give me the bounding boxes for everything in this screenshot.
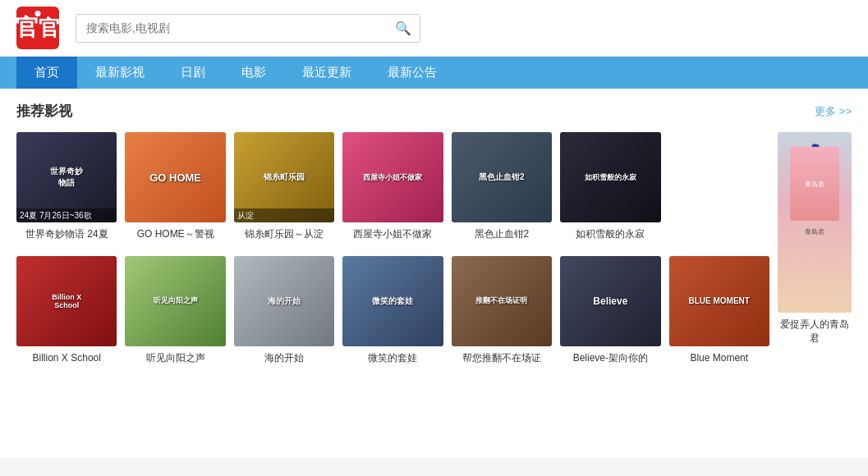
- search-button[interactable]: 🔍: [387, 15, 420, 42]
- thumb-2-2: 听见向阳之声: [125, 256, 225, 346]
- movie-title-2-6: Believe-架向你的: [560, 352, 660, 365]
- nav-item-recent[interactable]: 最近更新: [284, 57, 370, 89]
- movie-title-2-2: 听见向阳之声: [125, 352, 225, 365]
- movie-row-1: 世界奇妙物語 24夏 7月26日~36歌 世界奇妙物语 24夏 GO HOME …: [16, 132, 769, 241]
- nav-item-new-movies[interactable]: 最新影视: [77, 57, 163, 89]
- movie-item-1-2[interactable]: GO HOME GO HOME～警视: [125, 132, 225, 241]
- nav-item-home[interactable]: 首页: [16, 57, 77, 89]
- movie-item-2-4[interactable]: 微笑的套娃 微笑的套娃: [342, 256, 443, 365]
- nav-item-japanese[interactable]: 日剧: [163, 57, 223, 89]
- movie-title-2-1: Billion X School: [16, 352, 117, 365]
- more-link[interactable]: 更多 >>: [815, 104, 852, 119]
- thumb-1-6: 如积雪般的永寂: [560, 132, 660, 222]
- content-rows: 世界奇妙物語 24夏 7月26日~36歌 世界奇妙物语 24夏 GO HOME …: [16, 132, 852, 379]
- thumb-2-4: 微笑的套娃: [342, 256, 443, 346]
- movie-title-2-3: 海的开始: [234, 352, 334, 365]
- section-title: 推荐影视: [16, 102, 72, 121]
- movie-title-1-4: 西屋寺小姐不做家: [342, 228, 443, 241]
- thumb-1-2: GO HOME: [125, 132, 225, 222]
- thumb-1-5: 黑色止血钳2: [452, 132, 552, 222]
- movie-item-2-3[interactable]: 海的开始 海的开始: [234, 256, 334, 365]
- nav-item-movies[interactable]: 电影: [223, 57, 284, 89]
- movie-item-1-3[interactable]: 锦糸町乐园 从淀 锦糸町乐园～从淀: [234, 132, 334, 241]
- thumb-1-4: 西屋寺小姐不做家: [342, 132, 443, 222]
- movie-title-2-7: Blue Moment: [669, 352, 769, 365]
- movie-title-2-4: 微笑的套娃: [342, 352, 443, 365]
- movie-title-2-5: 帮您推翻不在场证: [452, 352, 552, 365]
- thumb-2-3: 海的开始: [234, 256, 334, 346]
- movie-title-1-3: 锦糸町乐园～从淀: [234, 228, 334, 241]
- movie-item-1-5[interactable]: 黑色止血钳2 黑色止血钳2: [452, 132, 552, 241]
- logo-char: 官: [39, 14, 60, 43]
- thumb-2-1: Billion XSchool: [16, 256, 117, 346]
- thumb-1-3: 锦糸町乐园 从淀: [234, 132, 334, 222]
- movie-row-2: Billion XSchool Billion X School 听见向阳之声 …: [16, 256, 769, 365]
- movie-title-1-2: GO HOME～警视: [125, 228, 225, 241]
- movie-item-2-5[interactable]: 推翻不在场证明 帮您推翻不在场证: [452, 256, 552, 365]
- site-logo[interactable]: 官: [16, 7, 59, 49]
- side-banner[interactable]: 青島君 爱捉弄人的 青岛君 青島君 爱捉弄人的青岛君: [778, 132, 852, 379]
- side-banner-image: 青島君 爱捉弄人的 青岛君 青島君: [778, 132, 852, 313]
- movie-title-1-6: 如积雪般的永寂: [560, 228, 660, 241]
- rows-main: 世界奇妙物語 24夏 7月26日~36歌 世界奇妙物语 24夏 GO HOME …: [16, 132, 769, 379]
- main-content: 推荐影视 更多 >> 世界奇妙物語 24夏 7月26日~36歌 世界奇妙物语 2…: [0, 89, 868, 458]
- movie-item-1-6[interactable]: 如积雪般的永寂 如积雪般的永寂: [560, 132, 660, 241]
- main-nav: 首页 最新影视 日剧 电影 最近更新 最新公告: [0, 57, 868, 89]
- section-header: 推荐影视 更多 >>: [16, 102, 852, 121]
- thumb-2-6: Believe: [560, 256, 660, 346]
- header: 官 🔍: [0, 0, 868, 57]
- search-icon: 🔍: [395, 21, 411, 35]
- thumb-2-7: BLUE MOMENT: [669, 256, 769, 346]
- nav-item-announcements[interactable]: 最新公告: [370, 57, 455, 89]
- movie-item-2-6[interactable]: Believe Believe-架向你的: [560, 256, 660, 365]
- search-bar: 🔍: [76, 14, 420, 43]
- logo-dot: [35, 11, 41, 16]
- movie-title-1-1: 世界奇妙物语 24夏: [16, 228, 117, 241]
- movie-title-1-5: 黑色止血钳2: [452, 228, 552, 241]
- search-input[interactable]: [76, 16, 387, 40]
- movie-item-1-1[interactable]: 世界奇妙物語 24夏 7月26日~36歌 世界奇妙物语 24夏: [16, 132, 117, 241]
- movie-item-2-1[interactable]: Billion XSchool Billion X School: [16, 256, 117, 365]
- thumb-2-5: 推翻不在场证明: [452, 256, 552, 346]
- movie-item-2-2[interactable]: 听见向阳之声 听见向阳之声: [125, 256, 225, 365]
- movie-item-1-4[interactable]: 西屋寺小姐不做家 西屋寺小姐不做家: [342, 132, 443, 241]
- movie-item-2-7[interactable]: BLUE MOMENT Blue Moment: [669, 256, 769, 365]
- thumb-1-1: 世界奇妙物語 24夏 7月26日~36歌: [16, 132, 117, 222]
- side-banner-title: 爱捉弄人的青岛君: [778, 318, 852, 346]
